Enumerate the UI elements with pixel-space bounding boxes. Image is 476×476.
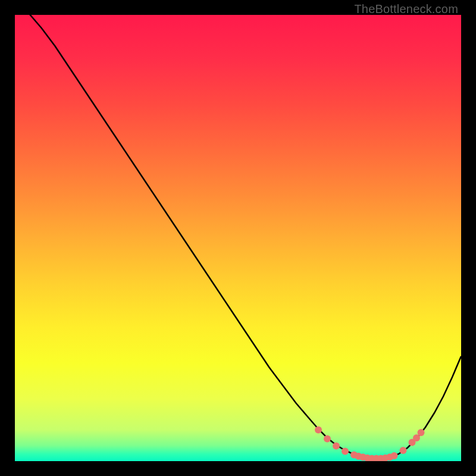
chart-frame xyxy=(15,15,461,461)
marker-dot xyxy=(391,452,398,459)
bottleneck-chart xyxy=(15,15,461,461)
marker-dot xyxy=(333,443,340,450)
gradient-background xyxy=(15,15,461,461)
marker-dot xyxy=(315,427,322,434)
marker-dot xyxy=(342,448,349,455)
marker-dot xyxy=(418,429,425,436)
marker-dot xyxy=(324,436,331,443)
marker-dot xyxy=(400,447,407,454)
watermark-text: TheBottleneck.com xyxy=(354,2,458,16)
